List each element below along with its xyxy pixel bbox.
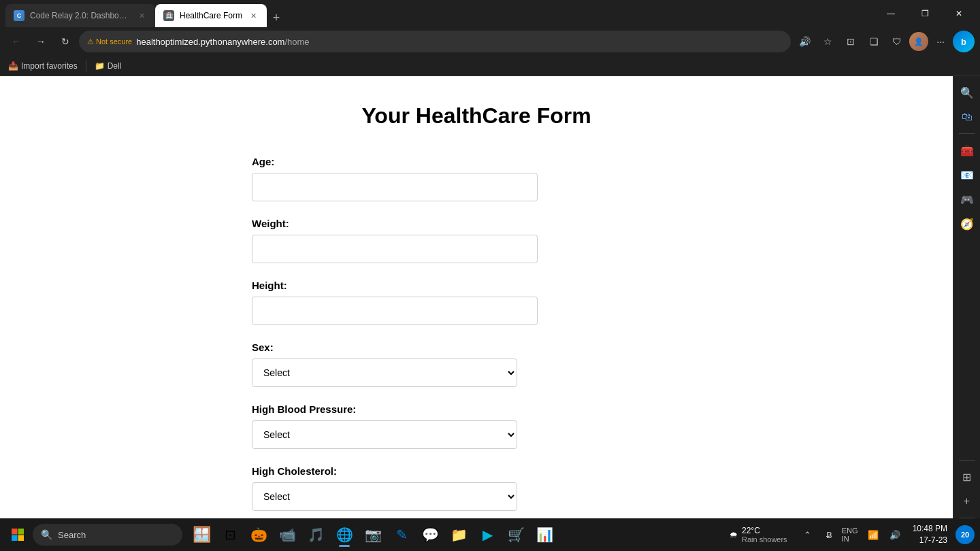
url-display: healthoptimized.pythonanywhere.com/home [136, 37, 783, 47]
title-bar: C Code Relay 2.0: Dashboard | Dev ✕ 🏥 He… [0, 0, 980, 27]
tab-code-relay[interactable]: C Code Relay 2.0: Dashboard | Dev ✕ [5, 4, 155, 27]
svg-rect-2 [12, 535, 18, 541]
tab-close-1[interactable]: ✕ [136, 10, 147, 21]
profile-icon[interactable]: 👤 [909, 32, 928, 51]
sidebar-games-icon[interactable]: 🎮 [956, 188, 978, 210]
webpage[interactable]: Your HealthCare Form Age: Weight: Height… [0, 76, 953, 551]
sidebar-expand-icon[interactable]: ⊞ [956, 466, 978, 488]
search-icon: 🔍 [41, 529, 52, 540]
sidebar-add-icon[interactable]: + [956, 490, 978, 512]
sidebar-tools-icon[interactable]: 🧰 [956, 139, 978, 161]
tab-healthcare[interactable]: 🏥 HealthCare Form ✕ [155, 4, 267, 27]
form-title: Your HealthCare Form [252, 103, 701, 129]
systray: ⌃ Ƀ ENG IN 📶 🔊 [798, 525, 904, 544]
close-button[interactable]: ✕ [943, 3, 975, 24]
minimize-button[interactable]: — [875, 3, 906, 24]
taskview-icon: ⊡ [225, 527, 236, 543]
language-icon[interactable]: ENG IN [842, 525, 861, 544]
refresh-button[interactable]: ↻ [54, 31, 76, 52]
weather-widget[interactable]: 🌧 22°C Rain showers [724, 526, 793, 544]
taskbar-app-widget1[interactable]: 🎃 [245, 521, 272, 548]
url-host: healthoptimized.pythonanywhere.com [136, 37, 284, 47]
age-label: Age: [252, 156, 701, 167]
notification-badge[interactable]: 20 [956, 525, 975, 544]
address-bar[interactable]: ⚠ Not secure healthoptimized.pythonanywh… [79, 31, 791, 52]
forward-button[interactable]: → [30, 31, 52, 52]
weather-condition: Rain showers [742, 535, 787, 544]
read-aloud-icon[interactable]: 🔊 [794, 31, 815, 52]
widget1-icon: 🎃 [250, 527, 267, 543]
content-area: Your HealthCare Form Age: Weight: Height… [0, 76, 980, 551]
favorites-item-import[interactable]: 📥 Import favorites [8, 61, 78, 71]
blood-pressure-select[interactable]: Select Yes No [252, 420, 517, 449]
sidebar-shopping-icon[interactable]: 🛍 [956, 106, 978, 128]
taskbar-app-files[interactable]: 🪟 [188, 521, 215, 548]
sidebar-search-icon[interactable]: 🔍 [956, 82, 978, 103]
sidebar-outlook-icon[interactable]: 📧 [956, 164, 978, 186]
more-options-icon[interactable]: ··· [930, 31, 951, 52]
taskbar-app-spotify[interactable]: 🎵 [302, 521, 329, 548]
tab-title-1: Code Relay 2.0: Dashboard | Dev [30, 11, 131, 20]
taskbar-right: 🌧 22°C Rain showers ⌃ Ƀ ENG IN 📶 🔊 10:48… [724, 523, 975, 546]
wifi-icon[interactable]: 📶 [864, 525, 883, 544]
taskbar-app-vscode[interactable]: ✎ [388, 521, 415, 548]
sidebar-divider-1 [959, 133, 975, 134]
tab-bar: C Code Relay 2.0: Dashboard | Dev ✕ 🏥 He… [5, 0, 867, 27]
sidebar-nav-icon[interactable]: 🧭 [956, 213, 978, 235]
import-label: Import favorites [21, 61, 78, 71]
taskbar-app-edge[interactable]: 🌐 [331, 521, 358, 548]
split-screen-icon[interactable]: ⊡ [840, 31, 862, 52]
url-path: /home [284, 37, 309, 47]
search-placeholder: Search [58, 530, 86, 540]
taskbar-app-store[interactable]: 🛒 [502, 521, 529, 548]
height-input[interactable] [252, 297, 538, 325]
taskbar-app-purple[interactable]: 📊 [531, 521, 558, 548]
maximize-button[interactable]: ❐ [909, 3, 941, 24]
security-warning: ⚠ Not secure [87, 37, 132, 46]
start-button[interactable] [5, 522, 30, 547]
edge-sidebar: 🔍 🛍 🧰 📧 🎮 🧭 ⊞ + ⚙ [953, 76, 980, 551]
new-tab-button[interactable]: + [267, 8, 286, 27]
taskbar-app-taskview[interactable]: ⊡ [216, 521, 244, 548]
vscode-icon: ✎ [396, 527, 408, 543]
sex-label: Sex: [252, 341, 701, 353]
favorites-separator [86, 61, 86, 71]
taskbar-app-camera[interactable]: 📷 [359, 521, 387, 548]
bluetooth-icon[interactable]: Ƀ [820, 525, 839, 544]
volume-icon[interactable]: 🔊 [885, 525, 904, 544]
weight-input[interactable] [252, 235, 538, 263]
taskbar-clock[interactable]: 10:48 PM 17-7-23 [910, 523, 950, 546]
sex-group: Sex: Select Male Female Other [252, 341, 701, 387]
age-input[interactable] [252, 173, 538, 201]
cholesterol-group: High Cholesterol: Select Yes No [252, 465, 701, 511]
age-group: Age: [252, 156, 701, 201]
browser-essentials-icon[interactable]: 🛡 [886, 31, 908, 52]
taskbar-app-media[interactable]: ▶ [474, 521, 501, 548]
store-icon: 🛒 [508, 527, 525, 543]
taskbar-app-whatsapp[interactable]: 💬 [416, 521, 444, 548]
sex-select[interactable]: Select Male Female Other [252, 358, 517, 387]
cholesterol-label: High Cholesterol: [252, 465, 701, 477]
weight-label: Weight: [252, 218, 701, 229]
favorites-item-dell[interactable]: 📁 Dell [95, 61, 122, 71]
taskbar-app-meet[interactable]: 📹 [274, 521, 301, 548]
taskbar-search-box[interactable]: 🔍 Search [33, 524, 182, 546]
notification-count: 20 [961, 531, 969, 539]
dell-label: Dell [108, 61, 122, 71]
favorites-icon[interactable]: ☆ [817, 31, 838, 52]
height-group: Height: [252, 280, 701, 325]
height-label: Height: [252, 280, 701, 291]
systray-chevron[interactable]: ⌃ [798, 525, 817, 544]
bing-copilot-icon[interactable]: b [953, 31, 975, 52]
svg-rect-3 [18, 535, 24, 541]
cholesterol-select[interactable]: Select Yes No [252, 482, 517, 511]
weather-temp: 22°C [742, 526, 787, 535]
collections-icon[interactable]: ❏ [863, 31, 885, 52]
tab-close-2[interactable]: ✕ [248, 10, 259, 21]
blood-pressure-label: High Blood Pressure: [252, 403, 701, 415]
browser-chrome: C Code Relay 2.0: Dashboard | Dev ✕ 🏥 He… [0, 0, 980, 76]
back-button[interactable]: ← [5, 31, 27, 52]
taskbar-app-files2[interactable]: 📁 [445, 521, 472, 548]
weather-icon: 🌧 [730, 530, 738, 539]
folder-icon: 📁 [451, 527, 468, 543]
